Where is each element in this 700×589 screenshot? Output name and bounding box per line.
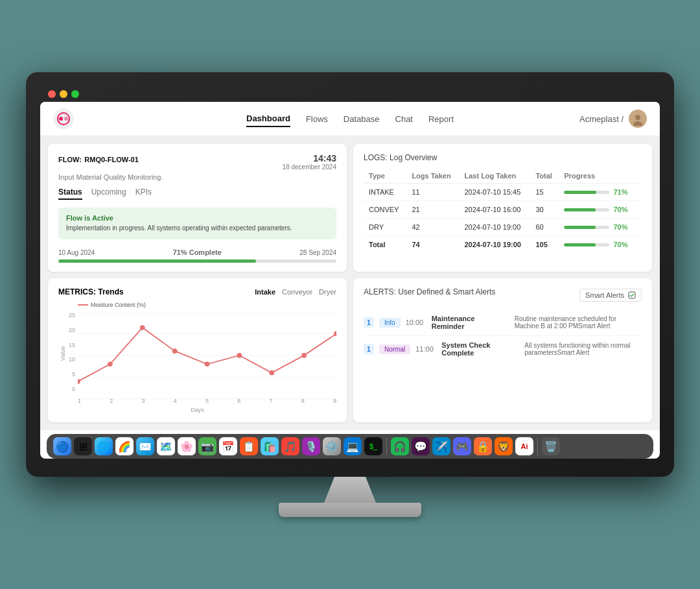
- monitor-stand-base: [279, 503, 421, 517]
- dock-mail[interactable]: ✉️: [136, 437, 154, 455]
- user-avatar[interactable]: [629, 110, 647, 128]
- dock-brave[interactable]: 🦁: [495, 437, 513, 455]
- cell-progress: 71%: [559, 184, 642, 201]
- alerts-list: 1 Info 10:00 Maintenance Reminder Routin…: [364, 309, 642, 362]
- progress-pct: 71% Complete: [173, 248, 222, 256]
- col-logs-taken: Logs Taken: [406, 169, 459, 184]
- col-total: Total: [530, 169, 559, 184]
- tab-dryer[interactable]: Dryer: [319, 288, 336, 296]
- alert-time: 11:00: [415, 345, 436, 353]
- tab-intake[interactable]: Intake: [255, 288, 275, 296]
- nav-dashboard[interactable]: Dashboard: [246, 111, 290, 127]
- tab-status[interactable]: Status: [58, 187, 82, 200]
- col-type: Type: [364, 169, 406, 184]
- start-date: 10 Aug 2024: [58, 249, 95, 256]
- nav-flows[interactable]: Flows: [306, 112, 328, 126]
- nav-report[interactable]: Report: [428, 112, 454, 126]
- x-4: 4: [174, 398, 177, 404]
- chart-dot-4: [172, 348, 178, 354]
- tab-conveyor[interactable]: Conveyor: [282, 288, 312, 296]
- dock-system[interactable]: ⚙️: [323, 437, 341, 455]
- dock-ai[interactable]: Ai: [515, 437, 533, 455]
- dock-podcast[interactable]: 🎙️: [302, 437, 320, 455]
- dock-appstore[interactable]: 🛍️: [261, 437, 279, 455]
- alerts-title: ALERTS: User Defined & Smart Alerts: [364, 287, 495, 296]
- smart-alerts-button[interactable]: Smart Alerts: [579, 289, 642, 302]
- dock-terminal[interactable]: $_: [364, 437, 382, 455]
- x-6: 6: [237, 398, 240, 404]
- dock-vpn[interactable]: 🔒: [474, 437, 492, 455]
- cell-type: CONVEY: [364, 201, 406, 219]
- dock-telegram[interactable]: ✈️: [432, 437, 450, 455]
- tab-upcoming[interactable]: Upcoming: [91, 187, 126, 200]
- dock-trash[interactable]: 🗑️: [542, 437, 560, 455]
- dock-spotify[interactable]: 🎧: [391, 437, 409, 455]
- alert-num: 1: [364, 344, 374, 354]
- cell-total: 60: [530, 219, 559, 236]
- cell-logs-taken: 74: [406, 236, 459, 254]
- flow-date: 18 december 2024: [283, 163, 336, 171]
- flow-progress-fill: [58, 259, 256, 263]
- dock-maps[interactable]: 🗺️: [157, 437, 175, 455]
- metrics-card: METRICS: Trends Intake Conveyor Dryer Mo…: [48, 278, 347, 422]
- cell-progress: 70%: [559, 236, 642, 254]
- end-date: 28 Sep 2024: [299, 249, 336, 256]
- cell-logs-taken: 21: [406, 201, 459, 219]
- dock-launchpad[interactable]: ⊞: [74, 437, 92, 455]
- dock-vscode[interactable]: 💻: [344, 437, 362, 455]
- chart-dot-8: [301, 353, 307, 358]
- dock-calendar[interactable]: 📅: [219, 437, 237, 455]
- flow-subtitle: Input Material Quality Monitoring.: [58, 173, 336, 181]
- nav-links: Dashboard Flows Database Chat Report: [246, 111, 454, 127]
- alert-desc: All systems functioning within normal pa…: [524, 342, 642, 356]
- alerts-card: ALERTS: User Defined & Smart Alerts Smar…: [353, 278, 652, 422]
- x-8: 8: [301, 398, 305, 404]
- x-2: 2: [110, 398, 113, 404]
- nav-database[interactable]: Database: [344, 112, 380, 126]
- dock-music[interactable]: 🎵: [281, 437, 299, 455]
- svg-point-1: [59, 117, 63, 121]
- col-progress: Progress: [559, 169, 642, 184]
- metrics-tabs: Intake Conveyor Dryer: [255, 288, 336, 296]
- alert-row: 1 Info 10:00 Maintenance Reminder Routin…: [364, 309, 642, 336]
- dock-facetime[interactable]: 📷: [198, 437, 216, 455]
- metrics-header: METRICS: Trends Intake Conveyor Dryer: [58, 287, 336, 296]
- status-box: Flow is Active Implementation in progres…: [58, 208, 336, 239]
- flow-datetime: 14:43 18 december 2024: [283, 153, 336, 171]
- monitor-outer: Dashboard Flows Database Chat Report Acm…: [26, 72, 674, 517]
- dock-chrome[interactable]: 🌈: [115, 437, 134, 455]
- dock-safari[interactable]: 🌐: [95, 437, 113, 455]
- dock-slack[interactable]: 💬: [412, 437, 430, 455]
- logs-card: LOGS: Log Overview Type Logs Taken Last …: [353, 144, 652, 272]
- dock-discord[interactable]: 🎮: [453, 437, 471, 455]
- cell-type: DRY: [364, 219, 406, 236]
- minimize-dot[interactable]: [60, 90, 67, 98]
- main-content: FLOW: RMQ0-FLOW-01 14:43 18 december 202…: [40, 136, 660, 430]
- progress-section: 10 Aug 2024 71% Complete 28 Sep 2024: [58, 248, 336, 256]
- svg-point-3: [635, 115, 640, 120]
- alert-badge: Normal: [379, 344, 410, 354]
- cell-total: 15: [530, 184, 559, 201]
- table-row: Total 74 2024-07-10 19:00 105 70%: [364, 236, 642, 254]
- svg-point-4: [633, 121, 642, 126]
- cell-logs-taken: 42: [406, 219, 459, 236]
- close-dot[interactable]: [48, 90, 56, 98]
- dock-finder[interactable]: 🔵: [53, 437, 71, 455]
- legend-line: [78, 304, 88, 306]
- flow-section-label: FLOW:: [58, 156, 82, 163]
- smart-alerts-icon: [628, 291, 636, 299]
- x-axis-labels: 1 2 3 4 5 6 7 8 9: [78, 398, 336, 404]
- chart-area: Moisture Content (%) 25 20 15 10 5 0 Val…: [58, 302, 336, 405]
- status-desc: Implementation in progress. All systems …: [66, 224, 329, 233]
- maximize-dot[interactable]: [71, 90, 79, 98]
- flow-tabs: Status Upcoming KPIs: [58, 187, 336, 200]
- tab-kpis[interactable]: KPIs: [135, 187, 152, 200]
- cell-total: 105: [530, 236, 559, 254]
- y-axis-title: Value: [60, 346, 66, 361]
- chart-dot-2: [108, 361, 113, 367]
- cell-type: INTAKE: [364, 184, 406, 201]
- dock-bar: 🔵 ⊞ 🌐 🌈 ✉️ 🗺️ 🌸 📷 📅 📋 🛍️ 🎵 🎙️ ⚙️ 💻 $_ 🎧 …: [47, 434, 653, 459]
- dock-reminders[interactable]: 📋: [240, 437, 258, 455]
- nav-chat[interactable]: Chat: [395, 112, 413, 126]
- dock-photos[interactable]: 🌸: [178, 437, 196, 455]
